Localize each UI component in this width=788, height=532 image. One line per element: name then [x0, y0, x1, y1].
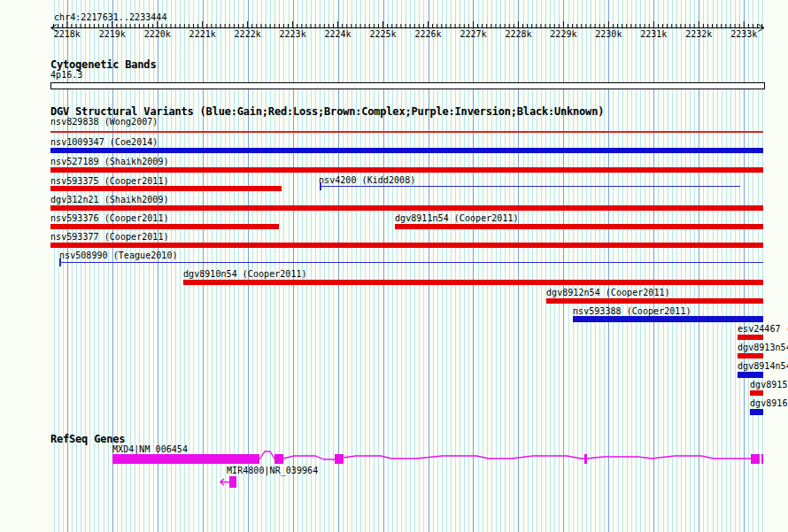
gene-exon[interactable]: [274, 454, 283, 464]
gene-exon[interactable]: [761, 454, 763, 464]
gene-exon[interactable]: [229, 476, 236, 488]
gene-intron-line[interactable]: [259, 451, 751, 459]
ruler-and-genes-overlay: [0, 0, 788, 532]
genome-browser-panel: chr4:2217631..2233444 2218k2219k2220k222…: [0, 0, 788, 532]
gene-exon[interactable]: [751, 454, 760, 464]
gene-exon[interactable]: [584, 454, 587, 464]
gene-exon[interactable]: [112, 454, 259, 464]
gene-exon[interactable]: [335, 454, 344, 464]
